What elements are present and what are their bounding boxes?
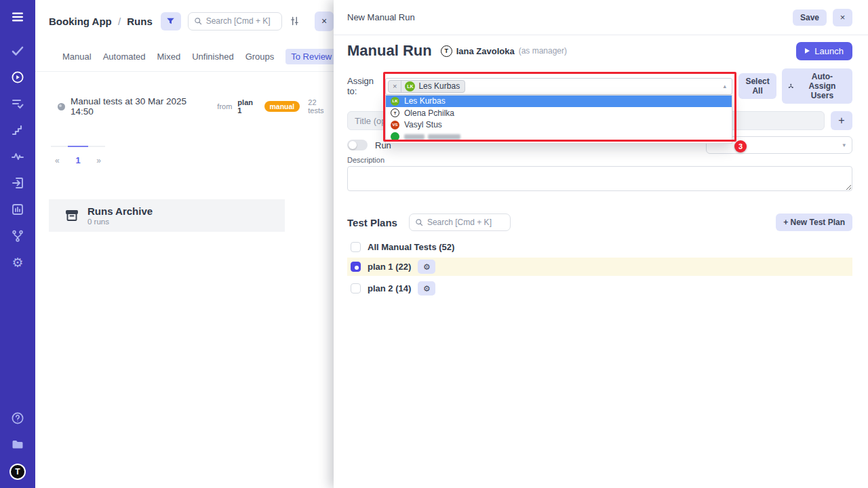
run-globe-icon	[58, 103, 65, 110]
projects-folder-icon[interactable]	[10, 437, 25, 452]
test-plans-search-input[interactable]	[427, 218, 505, 227]
plan1-settings-button[interactable]: ⚙	[418, 260, 435, 274]
users-network-icon	[788, 82, 794, 91]
chip-avatar: LK	[405, 81, 415, 92]
dropdown-option-redacted[interactable]	[386, 131, 732, 143]
archive-icon	[64, 208, 79, 223]
chevron-down-icon: ▾	[842, 142, 846, 148]
owner-name: Iana Zavoloka	[456, 46, 515, 56]
runs-search-input[interactable]	[206, 16, 276, 26]
breadcrumb-separator: /	[118, 16, 121, 27]
runs-search[interactable]	[188, 12, 282, 30]
run-toggle[interactable]	[347, 140, 368, 150]
reports-icon[interactable]	[10, 202, 25, 217]
branches-icon[interactable]	[10, 228, 25, 243]
archive-count: 0 runs	[87, 218, 153, 226]
breadcrumb-project[interactable]: Booking App	[49, 16, 112, 27]
runs-panel-header: Booking App / Runs ×	[35, 0, 334, 31]
search-icon	[194, 17, 202, 25]
app-sidebar: ⚙ T	[0, 0, 35, 488]
test-plan-row-plan1[interactable]: plan 1 (22) ⚙	[347, 258, 852, 276]
assignee-select[interactable]: × LK Les Kurbas ▴	[385, 78, 732, 95]
run-owner: T Iana Zavoloka (as manager)	[441, 45, 567, 57]
panel-close-button[interactable]: ×	[315, 12, 334, 31]
tests-icon[interactable]	[10, 43, 25, 58]
test-plan-row-plan2[interactable]: plan 2 (14) ⚙	[347, 279, 852, 298]
checkbox-plan1[interactable]	[351, 262, 361, 272]
app-logo-letter: T	[11, 465, 24, 479]
description-textarea[interactable]	[347, 166, 852, 191]
assignee-select-wrap: × LK Les Kurbas ▴ LK Les Kurbas T	[385, 78, 732, 95]
auto-assign-button[interactable]: Auto-Assign Users	[782, 68, 852, 104]
description-label: Description	[347, 156, 852, 164]
breadcrumb: Booking App / Runs	[49, 16, 153, 27]
test-plans-list: All Manual Tests (52) plan 1 (22) ⚙ plan…	[347, 240, 852, 298]
select-all-button[interactable]: Select All	[738, 73, 776, 99]
annotation-badge: 3	[734, 140, 747, 152]
add-button[interactable]: +	[831, 111, 852, 130]
search-icon	[415, 218, 423, 226]
test-plans-search[interactable]	[409, 214, 511, 231]
chip-remove-icon[interactable]: ×	[389, 81, 401, 92]
dropdown-option-les-kurbas[interactable]: LK Les Kurbas	[386, 96, 732, 108]
close-icon: ×	[321, 16, 327, 26]
tab-mixed[interactable]: Mixed	[157, 52, 181, 62]
assign-label: Assign to:	[347, 76, 385, 96]
new-manual-run-panel: New Manual Run Save × Manual Run T Iana …	[334, 0, 868, 488]
test-plans-icon[interactable]	[10, 96, 25, 111]
runs-archive-item[interactable]: Runs Archive 0 runs	[49, 199, 285, 232]
dropdown-option-olena-pchilka[interactable]: T Olena Pchilka	[386, 107, 732, 119]
checkbox-plan2[interactable]	[351, 283, 361, 293]
dropdown-option-vasyl-stus[interactable]: VS Vasyl Stus	[386, 119, 732, 131]
avatar: LK	[391, 97, 399, 106]
pagination-page-1[interactable]: 1	[75, 155, 80, 165]
help-icon[interactable]	[10, 411, 25, 426]
pulse-icon[interactable]	[10, 149, 25, 164]
runs-filter-tabs: Manual Automated Mixed Unfinished Groups…	[35, 49, 334, 72]
new-test-plan-button[interactable]: + New Test Plan	[776, 214, 852, 231]
filter-button[interactable]	[161, 12, 181, 30]
tab-unfinished[interactable]: Unfinished	[192, 52, 233, 62]
tab-groups[interactable]: Groups	[245, 52, 275, 62]
tab-manual[interactable]: Manual	[62, 52, 92, 62]
redacted-name	[404, 134, 460, 140]
breadcrumb-page[interactable]: Runs	[127, 16, 153, 27]
import-icon[interactable]	[10, 176, 25, 190]
menu-icon[interactable]	[10, 9, 25, 24]
pagination-prev[interactable]: «	[55, 156, 60, 165]
run-plan-link[interactable]: plan 1	[237, 98, 258, 115]
avatar: VS	[391, 121, 399, 129]
test-plan-row-all[interactable]: All Manual Tests (52)	[347, 240, 852, 253]
run-list-item[interactable]: Manual tests at 30 Mar 2025 14:50 from p…	[35, 96, 334, 117]
checkbox-all-manual-tests[interactable]	[351, 242, 361, 252]
tab-to-review[interactable]: To Review	[285, 49, 334, 64]
tab-automated[interactable]: Automated	[103, 52, 146, 62]
plan2-settings-button[interactable]: ⚙	[418, 281, 435, 296]
plus-icon: +	[838, 115, 844, 127]
play-icon	[805, 48, 810, 54]
page-title: Manual Run	[347, 42, 432, 60]
pagination-next[interactable]: »	[96, 156, 101, 165]
gear-icon: ⚙	[423, 262, 431, 272]
pagination: « 1 »	[51, 146, 105, 165]
test-plans-header: Test Plans + New Test Plan	[347, 214, 852, 231]
save-button[interactable]: Save	[793, 9, 827, 26]
runs-icon[interactable]	[10, 70, 25, 85]
modal-close-button[interactable]: ×	[833, 9, 852, 26]
assignee-dropdown: LK Les Kurbas T Olena Pchilka VS Vasyl S…	[385, 95, 732, 144]
avatar: T	[391, 108, 399, 117]
sliders-icon[interactable]	[290, 16, 300, 26]
app-logo-icon[interactable]: T	[9, 464, 26, 480]
run-title-row: Manual Run T Iana Zavoloka (as manager) …	[347, 39, 852, 62]
run-title[interactable]: Manual tests at 30 Mar 2025 14:50	[71, 96, 209, 117]
assignee-chip: × LK Les Kurbas	[388, 80, 465, 93]
funnel-icon	[166, 17, 175, 26]
owner-role: (as manager)	[519, 46, 567, 56]
gear-icon: ⚙	[423, 284, 431, 293]
launch-button[interactable]: Launch	[796, 42, 852, 60]
chip-name: Les Kurbas	[418, 81, 465, 91]
modal-body: Manual Run T Iana Zavoloka (as manager) …	[334, 39, 868, 298]
runs-list-panel: Booking App / Runs × Manual Automated Mi…	[35, 0, 334, 488]
steps-icon[interactable]	[10, 123, 25, 138]
settings-icon[interactable]: ⚙	[10, 255, 25, 270]
